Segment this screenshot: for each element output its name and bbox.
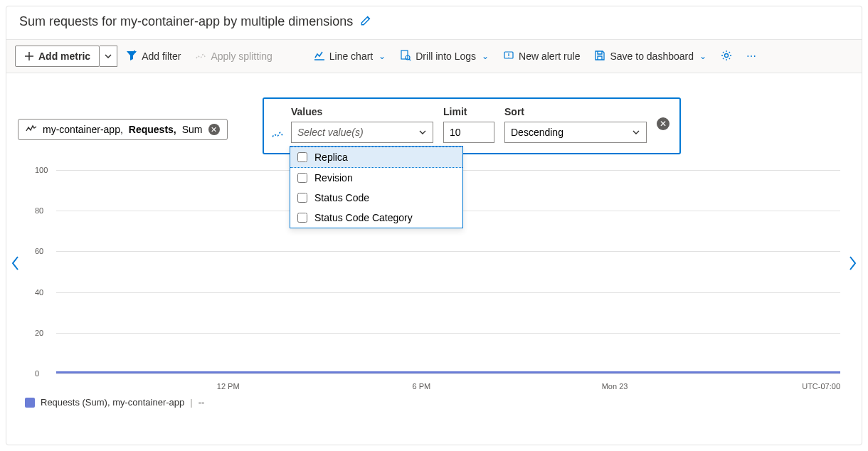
next-arrow[interactable] [847, 255, 857, 275]
metric-chip[interactable]: my-container-app, Requests, Sum ✕ [18, 119, 228, 140]
checkbox[interactable] [297, 152, 307, 162]
legend: Requests (Sum), my-container-app | -- [25, 397, 204, 408]
y-tick: 40 [35, 288, 43, 297]
plus-icon [24, 51, 34, 61]
save-to-dashboard-button[interactable]: Save to dashboard ⌄ [588, 47, 712, 66]
apply-splitting-button: Apply splitting [189, 47, 277, 66]
x-tick: 12 PM [217, 382, 240, 391]
add-metric-button[interactable]: Add metric [15, 46, 100, 67]
ellipsis-icon: ⋯ [746, 51, 756, 62]
y-tick: 100 [35, 166, 48, 174]
timezone-label: UTC-07:00 [802, 382, 840, 391]
checkbox[interactable] [297, 213, 307, 223]
metric-name: Requests, [129, 124, 176, 135]
legend-value: -- [199, 397, 205, 408]
dropdown-option[interactable]: Replica [290, 147, 462, 168]
checkbox[interactable] [297, 193, 307, 203]
data-series-line [56, 371, 840, 373]
legend-label: Requests (Sum), my-container-app [41, 397, 184, 408]
gear-icon [721, 50, 732, 63]
limit-input[interactable] [443, 122, 494, 143]
metric-aggregation: Sum [182, 124, 203, 135]
x-tick: 6 PM [413, 382, 431, 391]
line-chart-icon [314, 50, 325, 63]
edit-title-icon[interactable] [360, 14, 373, 29]
svg-point-3 [724, 53, 728, 57]
dropdown-option[interactable]: Status Code Category [290, 208, 462, 228]
settings-button[interactable] [715, 47, 738, 66]
splitting-icon [195, 50, 206, 63]
remove-metric-button[interactable]: ✕ [208, 124, 220, 135]
save-icon [594, 50, 605, 63]
values-select[interactable]: Select value(s) [291, 122, 433, 143]
add-filter-button[interactable]: Add filter [120, 47, 186, 66]
chevron-down-icon: ⌄ [699, 51, 706, 61]
page-title: Sum requests for my-container-app by mul… [19, 14, 353, 29]
close-splitting-button[interactable]: ✕ [657, 117, 669, 130]
chevron-down-icon [104, 52, 112, 60]
sort-label: Sort [504, 106, 647, 117]
splitting-panel-icon [271, 127, 284, 143]
chevron-down-icon: ⌄ [482, 51, 489, 61]
y-tick: 0 [35, 369, 39, 378]
metric-resource: my-container-app, [43, 124, 123, 135]
logs-icon [400, 50, 411, 63]
limit-label: Limit [443, 106, 494, 117]
filter-icon [126, 50, 137, 63]
add-metric-chevron[interactable] [100, 46, 117, 67]
drill-into-logs-button[interactable]: Drill into Logs ⌄ [394, 47, 494, 66]
sort-select[interactable]: Descending [504, 122, 647, 143]
dropdown-option[interactable]: Status Code [290, 188, 462, 208]
values-label: Values [291, 106, 433, 117]
more-button[interactable]: ⋯ [741, 48, 762, 65]
chevron-down-icon [632, 128, 640, 137]
prev-arrow[interactable] [11, 255, 21, 275]
y-tick: 80 [35, 206, 43, 215]
chevron-down-icon [418, 128, 427, 137]
dropdown-option[interactable]: Revision [290, 168, 462, 188]
legend-swatch [25, 398, 35, 408]
line-chart-button[interactable]: Line chart ⌄ [308, 47, 391, 66]
metric-sparkline-icon [26, 124, 37, 135]
values-dropdown: Replica Revision Status Code Status Code… [290, 146, 463, 228]
x-tick: Mon 23 [602, 382, 628, 391]
y-tick: 60 [35, 247, 43, 255]
checkbox[interactable] [297, 173, 307, 183]
toolbar: Add metric Add filter Apply splitting Li… [6, 39, 862, 73]
chevron-down-icon: ⌄ [379, 51, 386, 61]
new-alert-rule-button[interactable]: New alert rule [497, 47, 586, 66]
svg-rect-0 [401, 51, 408, 59]
alert-icon [503, 50, 514, 63]
y-tick: 20 [35, 329, 43, 337]
